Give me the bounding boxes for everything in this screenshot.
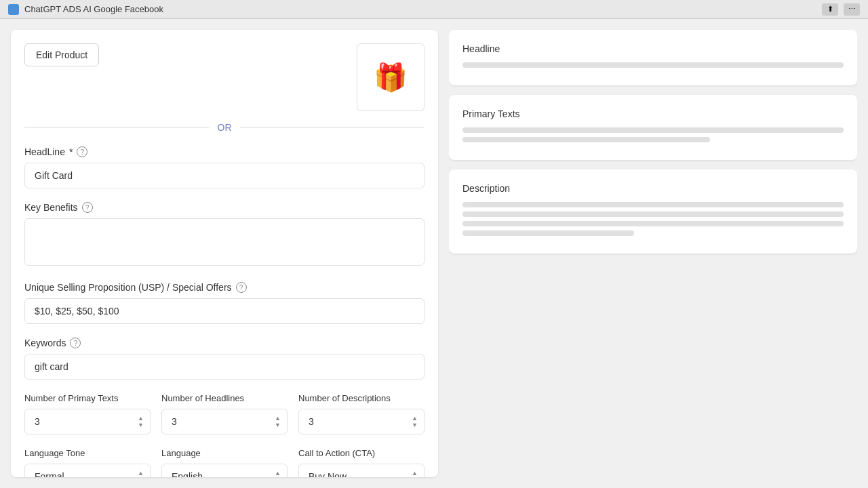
primary-texts-select-wrapper: 1 2 3 4 5 ▲▼ bbox=[24, 409, 151, 434]
language-label: Language bbox=[161, 448, 288, 458]
descriptions-count-select-wrapper: 1 2 3 4 5 ▲▼ bbox=[298, 409, 425, 434]
language-tone-select[interactable]: Formal Casual Professional Friendly bbox=[24, 464, 151, 477]
key-benefits-label: Key Benefits ? bbox=[24, 202, 425, 213]
product-emoji: 🎁 bbox=[374, 62, 408, 94]
description-skeleton-2 bbox=[462, 211, 844, 217]
share-icon[interactable]: ⬆ bbox=[822, 3, 838, 16]
headline-label: HeadLine * ? bbox=[24, 146, 425, 157]
keywords-label-text: Keywords bbox=[24, 338, 66, 348]
headline-card-title: Headline bbox=[462, 43, 844, 54]
language-tone-select-wrapper: Formal Casual Professional Friendly ▲▼ bbox=[24, 464, 151, 477]
headlines-count-select[interactable]: 1 2 3 4 5 bbox=[161, 409, 288, 434]
usp-group: Unique Selling Proposition (USP) / Speci… bbox=[24, 282, 425, 324]
language-row: Language Tone Formal Casual Professional… bbox=[24, 448, 425, 477]
headlines-count-group: Number of Headlines 1 2 3 4 5 ▲▼ bbox=[161, 393, 288, 434]
or-divider: OR bbox=[24, 122, 425, 133]
description-skeleton-1 bbox=[462, 202, 844, 207]
menu-icon[interactable]: ⋯ bbox=[844, 3, 860, 16]
language-tone-group: Language Tone Formal Casual Professional… bbox=[24, 448, 151, 477]
description-skeleton-4 bbox=[462, 230, 634, 236]
headlines-count-label: Number of Headlines bbox=[161, 393, 288, 403]
headline-preview-card: Headline bbox=[449, 30, 857, 85]
primary-texts-group: Number of Primay Texts 1 2 3 4 5 ▲▼ bbox=[24, 393, 151, 434]
headline-group: HeadLine * ? bbox=[24, 146, 425, 188]
language-group: Language English Spanish French German ▲… bbox=[161, 448, 288, 477]
edit-product-button[interactable]: Edit Product bbox=[24, 43, 99, 66]
cta-select-wrapper: Buy Now Shop Now Learn More Sign Up Get … bbox=[298, 464, 425, 477]
description-card-title: Description bbox=[462, 183, 844, 194]
descriptions-count-select[interactable]: 1 2 3 4 5 bbox=[298, 409, 425, 434]
primary-texts-label: Number of Primay Texts bbox=[24, 393, 151, 403]
app-title: ChatGPT ADS AI Google Facebook bbox=[24, 4, 163, 14]
cta-select[interactable]: Buy Now Shop Now Learn More Sign Up Get … bbox=[298, 464, 425, 477]
keywords-group: Keywords ? bbox=[24, 338, 425, 380]
descriptions-count-label: Number of Descriptions bbox=[298, 393, 425, 403]
primary-texts-select[interactable]: 1 2 3 4 5 bbox=[24, 409, 151, 434]
language-tone-label: Language Tone bbox=[24, 448, 151, 458]
right-panel: Headline Primary Texts Description bbox=[449, 30, 857, 477]
descriptions-count-group: Number of Descriptions 1 2 3 4 5 ▲▼ bbox=[298, 393, 425, 434]
usp-help-icon[interactable]: ? bbox=[236, 282, 247, 293]
headline-required: * bbox=[69, 146, 73, 157]
language-select[interactable]: English Spanish French German bbox=[161, 464, 288, 477]
primary-skeleton-1 bbox=[462, 127, 844, 133]
language-select-wrapper: English Spanish French German ▲▼ bbox=[161, 464, 288, 477]
keywords-label: Keywords ? bbox=[24, 338, 425, 348]
primary-texts-card-title: Primary Texts bbox=[462, 108, 844, 119]
cta-label: Call to Action (CTA) bbox=[298, 448, 425, 458]
usp-label: Unique Selling Proposition (USP) / Speci… bbox=[24, 282, 425, 293]
headline-label-text: HeadLine bbox=[24, 146, 65, 157]
headline-input[interactable] bbox=[24, 163, 425, 188]
left-panel: Edit Product 🎁 OR HeadLine * ? Key Benef… bbox=[11, 30, 438, 477]
usp-input[interactable] bbox=[24, 298, 425, 324]
usp-label-text: Unique Selling Proposition (USP) / Speci… bbox=[24, 282, 232, 293]
headline-skeleton-1 bbox=[462, 62, 844, 68]
key-benefits-help-icon[interactable]: ? bbox=[82, 202, 93, 213]
cta-group: Call to Action (CTA) Buy Now Shop Now Le… bbox=[298, 448, 425, 477]
primary-texts-preview-card: Primary Texts bbox=[449, 95, 857, 160]
headline-help-icon[interactable]: ? bbox=[77, 146, 87, 157]
number-selects-row: Number of Primay Texts 1 2 3 4 5 ▲▼ Numb… bbox=[24, 393, 425, 434]
product-image: 🎁 bbox=[357, 43, 425, 111]
key-benefits-textarea[interactable] bbox=[24, 218, 425, 266]
or-text: OR bbox=[218, 122, 232, 133]
app-icon bbox=[8, 4, 19, 15]
description-skeleton-3 bbox=[462, 221, 844, 226]
key-benefits-group: Key Benefits ? bbox=[24, 202, 425, 268]
main-content: Edit Product 🎁 OR HeadLine * ? Key Benef… bbox=[0, 19, 868, 488]
title-bar: ChatGPT ADS AI Google Facebook ⬆ ⋯ bbox=[0, 0, 868, 19]
title-bar-controls: ⬆ ⋯ bbox=[822, 3, 860, 16]
keywords-input[interactable] bbox=[24, 354, 425, 380]
description-preview-card: Description bbox=[449, 169, 857, 253]
primary-skeleton-2 bbox=[462, 137, 710, 142]
headlines-count-select-wrapper: 1 2 3 4 5 ▲▼ bbox=[161, 409, 288, 434]
keywords-help-icon[interactable]: ? bbox=[70, 338, 81, 348]
title-bar-left: ChatGPT ADS AI Google Facebook bbox=[8, 4, 163, 15]
top-section: Edit Product 🎁 bbox=[24, 43, 425, 111]
key-benefits-label-text: Key Benefits bbox=[24, 202, 78, 213]
